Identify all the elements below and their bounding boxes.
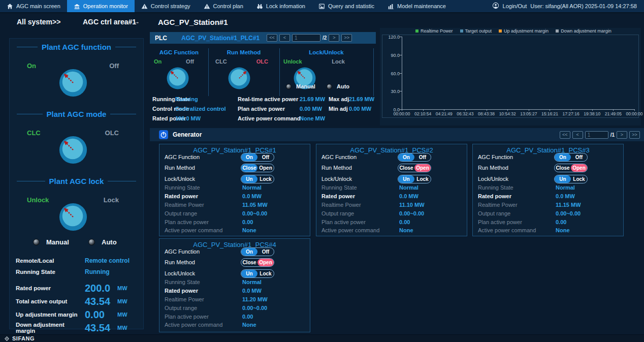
field-value: 0.00 [556,219,566,225]
toggle-option-left[interactable]: Close [555,164,571,172]
plc-info-label: Real-time active power [238,96,298,102]
top-nav-bar: AGC main screenOperation monitorControl … [0,0,644,13]
toggle-option-left[interactable]: Close [398,164,414,172]
toggle-option-right[interactable]: Off [257,153,274,161]
nav-item-agc-main-screen[interactable]: AGC main screen [0,0,67,12]
section-title: Plant AGC mode [10,110,143,118]
generator-pager-prev-button[interactable]: < [572,131,583,139]
toggle-run-method[interactable]: CloseOpen [554,164,588,172]
toggle-option-left[interactable]: On [398,153,414,161]
plc-group-separator [208,48,209,96]
breadcrumb-ctrl-area[interactable]: AGC ctrl area#1 [83,18,136,26]
toggle-run-method[interactable]: CloseOpen [241,258,274,267]
sifang-logo-icon [4,336,10,341]
plc-auto-radio[interactable] [327,84,332,89]
nav-item-label: Lock infomation [266,3,305,9]
toggle-option-right[interactable]: Off [414,153,431,161]
toggle-option-left[interactable]: On [555,153,571,161]
generator-pager-page-input[interactable] [585,131,608,139]
plc-knob-title: Lock/Unlock [279,49,373,55]
nav-item-lock-infomation[interactable]: Lock infomation [250,0,312,12]
plc-pager-next-button[interactable]: > [329,34,339,42]
plc-option-right: Lock [332,58,345,65]
field-label: Plan active power [478,219,522,225]
legend-swatch [499,29,502,33]
generator-pager-last-button[interactable]: >> [629,131,640,139]
toggle-option-right[interactable]: Lock [571,175,587,183]
plc-pager-last-button[interactable]: >> [341,34,352,42]
knob-dial[interactable] [166,67,189,90]
breadcrumb-arrow-icon: → [133,18,140,25]
nav-item-control-strategy[interactable]: Control strategy [135,0,197,12]
toggle-agc-function[interactable]: OnOff [554,153,588,162]
breadcrumb-all-system[interactable]: All system>> [17,18,60,26]
field-label: Active power command [165,322,222,328]
toggle-lock-unlock[interactable]: UnLock [241,269,274,278]
nav-item-control-plan[interactable]: Control plan [197,0,250,12]
card-toggle-row: AGC FunctionOnOff [159,248,310,257]
plc-manual-radio[interactable] [286,84,292,89]
toggle-option-left[interactable]: On [241,248,257,256]
toggle-lock-unlock[interactable]: UnLock [398,175,431,183]
field-value: 11.20 MW [242,296,268,302]
toggle-option-right[interactable]: Off [571,153,587,161]
toggle-option-left[interactable]: Un [555,175,571,183]
field-value: 0.00 [242,219,253,225]
nav-item-model-maintenance[interactable]: Model maintenance [381,0,453,12]
knob-dial[interactable] [58,68,88,98]
toggle-option-right[interactable]: Lock [257,175,274,183]
toggle-option-right[interactable]: Open [414,164,431,172]
generator-icon [159,130,168,139]
toggle-agc-function[interactable]: OnOff [241,247,274,256]
nav-item-query-and-statistic[interactable]: Query and statistic [312,0,381,12]
toggle-run-method[interactable]: CloseOpen [241,164,274,172]
toggle-option-right[interactable]: Lock [257,270,274,277]
knob-dial[interactable] [58,202,88,232]
toggle-option-right[interactable]: Open [571,164,587,172]
field-value: Normal [242,184,262,191]
generator-pager-next-button[interactable]: > [617,131,627,139]
manual-radio[interactable] [33,239,40,245]
toggle-option-left[interactable]: Un [398,175,414,183]
knob-dial[interactable] [58,135,88,165]
plc-pager-prev-button[interactable]: < [279,34,290,42]
plc-pager-page-input[interactable] [292,34,320,42]
plc-device-name[interactable]: AGC_PV_Station#1_PLC#1 [181,35,260,42]
toggle-lock-unlock[interactable]: UnLock [241,175,274,183]
plc-pager-first-button[interactable]: << [267,34,277,42]
card-toggle-row: Run MethodCloseOpen [473,164,623,173]
chart-legend: Realtime PowerTarget outputUp adjustment… [415,28,611,34]
card-field-row: Output range0.00~0.00 [159,304,310,313]
toggle-option-right[interactable]: Lock [414,175,431,183]
plc-manual-label: Manual [296,83,315,89]
toggle-option-left[interactable]: Close [241,164,257,172]
toggle-run-method[interactable]: CloseOpen [398,164,431,172]
x-tick-mark [529,109,529,111]
toggle-option-left[interactable]: Un [241,270,257,277]
y-tick-label: 60.0 [383,71,400,76]
toggle-option-left[interactable]: On [241,153,257,161]
plc-info-label: Min adj [329,106,348,112]
x-tick-mark [465,109,466,111]
plant-info-value: Remote control [85,257,130,264]
chart-plot-area: 120.090.060.030.00.000:00:0002:10:5404:2… [382,35,639,118]
toggle-option-right[interactable]: Open [257,259,274,266]
toggle-lock-unlock[interactable]: UnLock [554,175,588,183]
card-field-row: Plan active power0.00 [473,219,623,227]
knob-dial[interactable] [228,67,251,90]
toggle-agc-function[interactable]: OnOff [241,153,274,162]
auto-radio[interactable] [88,239,95,245]
toggle-option-left[interactable]: Un [241,175,257,183]
x-tick-label: 00:00:00 [626,111,642,116]
field-label: Output range [165,305,197,311]
toggle-option-left[interactable]: Close [241,259,257,266]
toggle-option-right[interactable]: Open [257,164,274,172]
generator-pager: <<</1>>> [560,131,640,139]
login-out-link[interactable]: Login/Out [503,3,527,9]
toggle-agc-function[interactable]: OnOff [398,153,431,162]
generator-pager-first-button[interactable]: << [560,131,570,139]
toggle-option-right[interactable]: Off [257,248,274,256]
plant-info-unit: MW [117,298,127,304]
field-value: 0.0 MW [242,288,262,294]
nav-item-operation-monitor[interactable]: Operation monitor [67,0,135,12]
